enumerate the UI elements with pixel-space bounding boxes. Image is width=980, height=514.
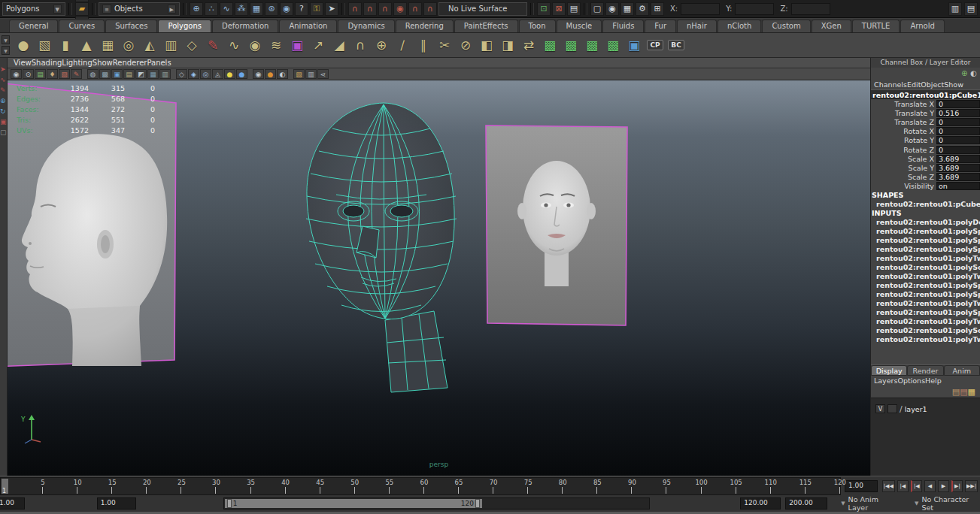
attribute-value-field[interactable]: 3.689 — [936, 173, 980, 181]
timeline-tick[interactable]: 95 — [632, 478, 666, 494]
select-rendering-mask-icon[interactable]: ◉ — [280, 2, 293, 16]
attribute-value-field[interactable]: 0.516 — [936, 109, 980, 117]
input-node-item[interactable]: rentou02:rentou01:polyTweak91 — [871, 335, 980, 344]
symmetry-options-icon[interactable]: ⊞ — [651, 2, 664, 16]
show-channel-box-icon[interactable]: ▤ — [964, 2, 978, 16]
split-polygon-icon[interactable]: ∕ — [392, 35, 413, 56]
shelf-tab[interactable]: Fur — [645, 20, 676, 32]
viewport-menu-item[interactable]: Show — [93, 59, 113, 67]
range-slider[interactable]: 1 120 — [223, 497, 650, 509]
go-to-end-button[interactable]: ▶▶| — [965, 480, 978, 492]
shelf-tab[interactable]: PaintEffects — [454, 20, 518, 32]
wireframe-head-model[interactable] — [272, 98, 483, 395]
viewport-toolbar-icon[interactable] — [171, 69, 175, 79]
render-view-icon[interactable]: ▢ — [590, 2, 604, 16]
poly-cone-icon[interactable]: ▲ — [76, 35, 97, 56]
merge-vertices-icon[interactable]: ⊕ — [371, 35, 392, 56]
scale-tool-icon[interactable]: ▣ — [0, 116, 8, 127]
layer-color-swatch[interactable] — [887, 404, 897, 413]
animation-start-field[interactable]: 1.00 — [0, 497, 25, 509]
sculpt-geometry-icon[interactable]: ✎ — [202, 35, 223, 56]
timeline-tick[interactable]: 45 — [286, 478, 320, 494]
input-node-item[interactable]: rentou02:rentou01:polySplit49 — [871, 236, 980, 245]
layer-row[interactable]: V ∕ layer1 — [871, 403, 980, 415]
highlight-selection-icon[interactable]: ➤ — [325, 2, 338, 16]
paint-select-tool-icon[interactable]: ✎ — [0, 85, 8, 95]
x-coordinate-input[interactable] — [681, 3, 720, 15]
attribute-value-field[interactable]: on — [936, 182, 980, 190]
uv-automatic-mapping-icon[interactable]: ▩ — [602, 35, 623, 56]
layer-editor-tab[interactable]: Render — [907, 365, 943, 376]
speed-state-icon[interactable]: ◐ — [970, 69, 977, 77]
snap-to-curves-icon[interactable]: ∩ — [363, 2, 377, 16]
playback-end-field[interactable]: 120.00 — [740, 497, 781, 509]
key-light-icon[interactable]: ● — [224, 69, 235, 79]
shelf-tab[interactable]: nCloth — [718, 20, 761, 32]
timeline-tick[interactable]: 60 — [390, 478, 424, 494]
range-start-handle[interactable] — [227, 499, 232, 508]
viewport-toolbar-icon[interactable] — [83, 69, 86, 79]
poly-prism-icon[interactable]: ◇ — [181, 35, 202, 56]
poly-pipe-icon[interactable]: ▥ — [160, 35, 181, 56]
input-node-item[interactable]: rentou02:rentou01:polyTweak95 — [871, 254, 980, 263]
playback-speed-field[interactable]: 1.00 — [845, 480, 878, 492]
animation-end-field[interactable]: 200.00 — [785, 497, 827, 509]
shelf-tab[interactable]: Muscle — [557, 20, 602, 32]
input-node-item[interactable]: rentou02:rentou01:polySplit47 — [871, 281, 980, 290]
viewport-canvas[interactable]: Verts: 1394 315 0 Edges: 2736 568 0 Face… — [8, 80, 870, 476]
uv-spherical-mapping-icon[interactable]: ▩ — [581, 35, 602, 56]
input-node-item[interactable]: rentou02:rentou01:polySplitRin... — [871, 308, 980, 317]
viewport-menu-item[interactable]: Panels — [147, 59, 171, 67]
shelf-tab[interactable]: Surfaces — [105, 20, 157, 32]
shelf-tab[interactable]: TURTLE — [852, 20, 900, 32]
bevel-icon[interactable]: ◢ — [329, 35, 350, 56]
character-set-dropdown[interactable]: ▼ No Character Set — [915, 495, 980, 512]
poly-soccer-icon[interactable]: ◉ — [244, 35, 265, 56]
front-reference-image-plane[interactable] — [484, 124, 630, 328]
select-tool-icon[interactable]: ➤ — [0, 64, 8, 74]
poly-cube-icon[interactable]: ▧ — [34, 35, 55, 56]
viewport-toolbar-icon[interactable] — [289, 69, 293, 79]
select-points-mask-icon[interactable]: ⁂ — [235, 2, 248, 16]
layer-editor-menu-item[interactable]: Help — [925, 376, 942, 385]
layer-display-type-icon[interactable]: ∕ — [900, 404, 903, 414]
share-view-icon[interactable]: ⋖ — [317, 69, 329, 79]
shelf-tab[interactable]: Dynamics — [338, 20, 394, 32]
channel-box-menu-item[interactable]: Edit — [907, 80, 921, 89]
delete-edge-icon[interactable]: ⊘ — [455, 35, 476, 56]
render-current-frame-icon[interactable]: ◉ — [605, 2, 619, 16]
open-scene-icon[interactable]: ▰ — [75, 2, 89, 16]
input-node-item[interactable]: rentou02:rentou01:polyTweak94 — [871, 272, 980, 281]
timeline-tick[interactable]: 35 — [216, 478, 250, 494]
bridge-icon[interactable]: ∩ — [350, 35, 371, 56]
time-slider[interactable]: 1 5 10 15 20 25 — [0, 477, 841, 495]
shelf-tab[interactable]: Deformation — [212, 20, 278, 32]
timeline-tick[interactable]: 65 — [424, 478, 459, 494]
attribute-value-field[interactable]: 0 — [936, 146, 980, 154]
wireframe-on-shaded-icon[interactable]: ◎ — [200, 69, 211, 79]
shelf-tab[interactable]: XGen — [812, 20, 851, 32]
shelf-tab[interactable]: Animation — [279, 20, 337, 32]
new-layer-icon[interactable]: ▤ — [960, 387, 967, 397]
input-node-item[interactable]: rentou02:rentou01:polyDelEdg... — [871, 218, 980, 227]
shelf-tab[interactable]: Curves — [59, 20, 105, 32]
polygon-tool-icon[interactable]: ▣ — [287, 35, 308, 56]
attribute-value-field[interactable]: 3.689 — [936, 164, 980, 172]
lock-camera-icon[interactable]: ⊙ — [23, 69, 34, 79]
make-live-icon[interactable]: ∩ — [423, 2, 437, 16]
select-surfaces-mask-icon[interactable]: ▦ — [250, 2, 263, 16]
step-back-frame-button[interactable]: |◀ — [897, 480, 909, 492]
layer-name[interactable]: layer1 — [905, 405, 927, 413]
shelf-tab[interactable]: nHair — [677, 20, 717, 32]
viewport-menu-item[interactable]: View — [14, 59, 32, 67]
viewcube-icon[interactable]: ▧ — [293, 69, 305, 79]
shelf-tab[interactable]: Custom — [762, 20, 810, 32]
ipr-render-icon[interactable]: ▦ — [620, 2, 634, 16]
screen-ao-icon[interactable]: ▦ — [147, 69, 159, 79]
live-surface-combo[interactable]: No Live Surface — [438, 2, 527, 16]
object-details-icon[interactable]: ▥ — [305, 69, 317, 79]
lights-mode-icon[interactable]: ▤ — [123, 69, 135, 79]
go-to-start-button[interactable]: |◀◀ — [882, 480, 895, 492]
attribute-value-field[interactable]: 3.689 — [936, 155, 980, 163]
step-back-key-button[interactable]: |◀ — [911, 480, 922, 492]
